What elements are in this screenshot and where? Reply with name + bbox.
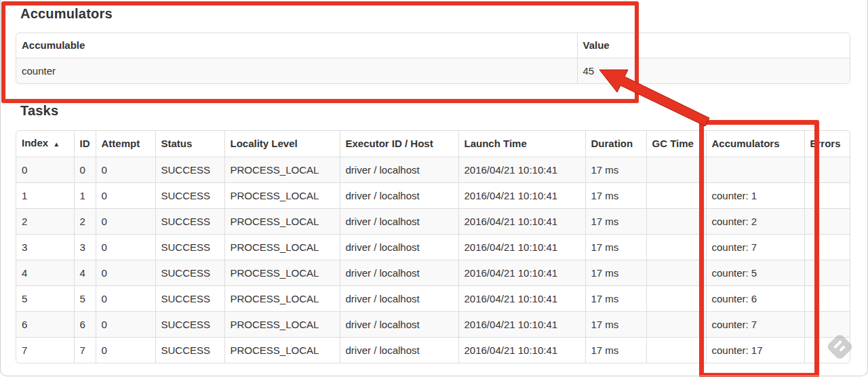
task-cell-accumulators: counter: 1 [706, 183, 804, 209]
task-cell-locality_level: PROCESS_LOCAL [224, 157, 340, 183]
task-cell-executor_id_host: driver / localhost [340, 312, 458, 338]
task-cell-locality_level: PROCESS_LOCAL [224, 260, 340, 286]
task-cell-launch_time: 2016/04/21 10:10:41 [458, 260, 585, 286]
task-cell-attempt: 0 [96, 235, 155, 260]
task-cell-attempt: 0 [96, 209, 155, 235]
column-header-label: Errors [810, 138, 841, 149]
task-cell-gc_time [646, 157, 706, 183]
task-cell-attempt: 0 [96, 286, 155, 312]
task-cell-locality_level: PROCESS_LOCAL [224, 312, 340, 338]
accumulators-header-row: Accumulable Value [16, 33, 850, 58]
task-cell-accumulators: counter: 7 [706, 312, 804, 338]
column-header-label: Index [22, 137, 48, 148]
column-header-gc_time[interactable]: GC Time [646, 131, 706, 157]
task-cell-duration: 17 ms [585, 183, 646, 209]
column-header-value[interactable]: Value [577, 33, 850, 58]
task-cell-executor_id_host: driver / localhost [340, 183, 458, 209]
task-cell-gc_time [646, 286, 706, 312]
column-header-label: Locality Level [231, 138, 298, 149]
task-cell-attempt: 0 [96, 312, 155, 338]
task-cell-gc_time [646, 260, 706, 286]
column-header-index[interactable]: Index▲ [16, 131, 74, 157]
task-cell-errors [804, 260, 850, 286]
accumulable-name-cell: counter [16, 58, 577, 84]
task-cell-id: 3 [74, 235, 96, 260]
task-cell-attempt: 0 [96, 260, 155, 286]
task-cell-executor_id_host: driver / localhost [340, 209, 458, 235]
task-cell-accumulators: counter: 7 [706, 235, 804, 260]
task-cell-duration: 17 ms [585, 235, 646, 260]
task-cell-gc_time [646, 209, 706, 235]
task-cell-accumulators: counter: 5 [706, 260, 804, 286]
column-header-status[interactable]: Status [155, 131, 224, 157]
column-header-executor_id_host[interactable]: Executor ID / Host [340, 131, 458, 157]
column-header-accumulable[interactable]: Accumulable [16, 33, 577, 58]
task-cell-accumulators: counter: 6 [706, 286, 804, 312]
task-cell-accumulators: counter: 2 [706, 209, 804, 235]
column-header-id[interactable]: ID [74, 131, 96, 157]
task-row: 000SUCCESSPROCESS_LOCALdriver / localhos… [16, 157, 850, 183]
task-cell-launch_time: 2016/04/21 10:10:41 [458, 338, 585, 363]
task-cell-launch_time: 2016/04/21 10:10:41 [458, 286, 585, 312]
task-cell-gc_time [646, 183, 706, 209]
task-cell-launch_time: 2016/04/21 10:10:41 [458, 209, 585, 235]
task-cell-index: 2 [16, 209, 74, 235]
task-cell-duration: 17 ms [585, 209, 646, 235]
task-cell-errors [804, 312, 850, 338]
task-cell-status: SUCCESS [155, 183, 224, 209]
task-row: 660SUCCESSPROCESS_LOCALdriver / localhos… [16, 312, 850, 338]
task-cell-index: 6 [16, 312, 74, 338]
column-header-label: Accumulators [712, 138, 780, 149]
sort-ascending-icon: ▲ [53, 140, 60, 148]
task-cell-status: SUCCESS [155, 260, 224, 286]
column-header-label: GC Time [652, 138, 694, 149]
column-header-locality_level[interactable]: Locality Level [224, 131, 340, 157]
task-row: 550SUCCESSPROCESS_LOCALdriver / localhos… [16, 286, 850, 312]
task-cell-duration: 17 ms [585, 260, 646, 286]
task-cell-attempt: 0 [96, 183, 155, 209]
accumulators-table: Accumulable Value counter 45 [16, 33, 850, 84]
task-row: 220SUCCESSPROCESS_LOCALdriver / localhos… [16, 209, 850, 235]
task-cell-locality_level: PROCESS_LOCAL [224, 338, 340, 363]
task-cell-errors [804, 157, 850, 183]
column-header-label: Duration [591, 138, 633, 149]
task-cell-index: 4 [16, 260, 74, 286]
task-cell-errors [804, 235, 850, 260]
task-cell-status: SUCCESS [155, 157, 224, 183]
column-header-errors[interactable]: Errors [804, 131, 850, 157]
column-header-label: Executor ID / Host [346, 138, 433, 149]
tasks-section-heading: Tasks [20, 103, 58, 119]
column-header-duration[interactable]: Duration [585, 131, 646, 157]
task-cell-attempt: 0 [96, 157, 155, 183]
task-cell-executor_id_host: driver / localhost [340, 235, 458, 260]
task-cell-accumulators [706, 157, 804, 183]
accumulable-value-cell: 45 [577, 58, 850, 84]
task-cell-id: 6 [74, 312, 96, 338]
task-row: 440SUCCESSPROCESS_LOCALdriver / localhos… [16, 260, 850, 286]
task-cell-locality_level: PROCESS_LOCAL [224, 209, 340, 235]
task-cell-index: 1 [16, 183, 74, 209]
column-header-label: ID [80, 138, 90, 149]
accumulators-section-heading: Accumulators [20, 6, 113, 22]
task-cell-id: 0 [74, 157, 96, 183]
task-cell-status: SUCCESS [155, 235, 224, 260]
task-cell-status: SUCCESS [155, 209, 224, 235]
column-header-launch_time[interactable]: Launch Time [458, 131, 585, 157]
task-cell-index: 5 [16, 286, 74, 312]
task-cell-errors [804, 209, 850, 235]
task-cell-id: 2 [74, 209, 96, 235]
task-cell-gc_time [646, 312, 706, 338]
spark-stage-detail-page: Accumulators Accumulable Value counter 4… [0, 0, 868, 377]
column-header-accumulators[interactable]: Accumulators [706, 131, 804, 157]
task-cell-errors [804, 183, 850, 209]
task-cell-launch_time: 2016/04/21 10:10:41 [458, 312, 585, 338]
tasks-header-row: Index▲IDAttemptStatusLocality LevelExecu… [16, 131, 850, 157]
column-header-attempt[interactable]: Attempt [96, 131, 155, 157]
task-cell-duration: 17 ms [585, 286, 646, 312]
task-cell-executor_id_host: driver / localhost [340, 338, 458, 363]
task-cell-id: 5 [74, 286, 96, 312]
task-cell-status: SUCCESS [155, 338, 224, 363]
column-header-label: Status [161, 138, 193, 149]
task-cell-status: SUCCESS [155, 312, 224, 338]
tasks-table: Index▲IDAttemptStatusLocality LevelExecu… [16, 130, 850, 363]
